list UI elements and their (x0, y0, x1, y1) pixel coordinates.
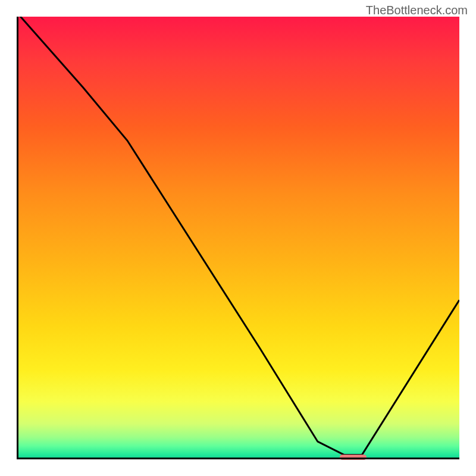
chart-marker (340, 455, 367, 460)
chart-background (17, 17, 459, 459)
watermark: TheBottleneck.com (366, 4, 468, 17)
